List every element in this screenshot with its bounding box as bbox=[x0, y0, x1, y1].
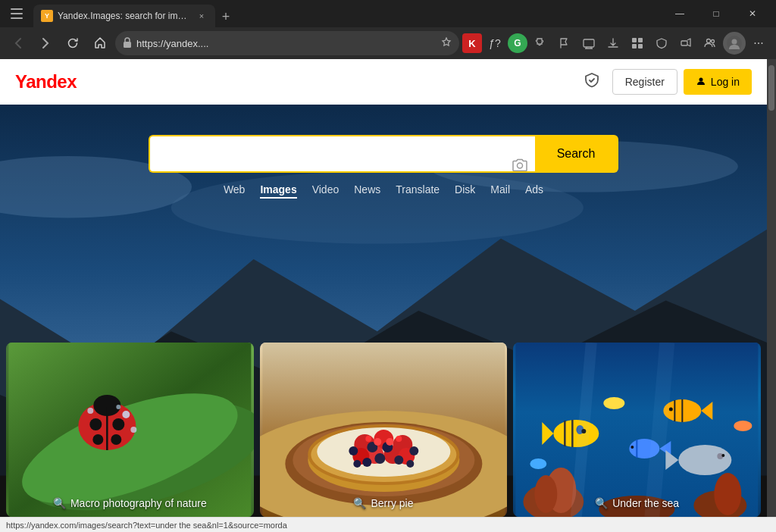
refresh-button[interactable] bbox=[61, 31, 85, 55]
camera-icon[interactable] bbox=[512, 158, 527, 176]
tab-close-button[interactable]: × bbox=[196, 10, 208, 22]
search-row: Search bbox=[149, 135, 618, 173]
ext-people-button[interactable] bbox=[699, 32, 721, 55]
active-tab[interactable]: Y Yandex.Images: search for image... × bbox=[33, 5, 215, 27]
svg-point-57 bbox=[409, 446, 418, 455]
ext-grid-button[interactable] bbox=[626, 32, 649, 55]
svg-point-13 bbox=[732, 39, 737, 45]
svg-rect-4 bbox=[584, 39, 594, 47]
scrollbar-thumb[interactable] bbox=[768, 65, 774, 111]
svg-point-34 bbox=[130, 427, 136, 433]
svg-point-56 bbox=[349, 446, 358, 455]
browser-frame: Y Yandex.Images: search for image... × +… bbox=[0, 0, 776, 532]
nav-link-mail[interactable]: Mail bbox=[490, 183, 510, 199]
status-bar: https://yandex.com/images/search?text=un… bbox=[0, 517, 776, 532]
tab-title: Yandex.Images: search for image... bbox=[58, 11, 191, 21]
image-card-ocean[interactable]: 🔍 Under the sea bbox=[513, 343, 761, 517]
svg-rect-0 bbox=[11, 8, 23, 10]
image-card-label-pie: 🔍 Berry pie bbox=[353, 497, 413, 509]
nav-extras: K ƒ? G bbox=[462, 32, 770, 55]
svg-point-33 bbox=[122, 411, 130, 418]
sidebar-button[interactable] bbox=[6, 3, 27, 24]
address-text: https://yandex.... bbox=[136, 38, 436, 49]
content-area: Yandex Register bbox=[0, 59, 776, 517]
svg-point-88 bbox=[734, 421, 753, 431]
nav-link-translate[interactable]: Translate bbox=[396, 183, 440, 199]
status-url: https://yandex.com/images/search?text=un… bbox=[6, 521, 287, 530]
svg-point-61 bbox=[386, 438, 393, 446]
header-shield-icon bbox=[584, 72, 600, 92]
tab-strip: Y Yandex.Images: search for image... × + bbox=[30, 0, 659, 27]
ext-download-button[interactable] bbox=[602, 32, 624, 55]
svg-point-63 bbox=[396, 436, 402, 442]
window-controls: — □ ✕ bbox=[662, 0, 770, 27]
image-card-label-ocean: 🔍 Under the sea bbox=[595, 497, 679, 509]
svg-point-70 bbox=[715, 473, 742, 515]
register-button[interactable]: Register bbox=[612, 69, 677, 95]
svg-rect-1 bbox=[11, 13, 23, 14]
svg-rect-5 bbox=[632, 38, 637, 42]
back-button[interactable] bbox=[6, 31, 30, 55]
ext-g-button[interactable]: G bbox=[508, 33, 527, 53]
ext-share-button[interactable] bbox=[674, 32, 697, 55]
nav-link-images[interactable]: Images bbox=[260, 183, 296, 199]
svg-point-80 bbox=[669, 408, 673, 412]
search-small-icon: 🔍 bbox=[595, 497, 608, 509]
svg-point-14 bbox=[699, 77, 702, 81]
yandex-logo: Yandex bbox=[15, 71, 77, 92]
svg-point-11 bbox=[712, 40, 715, 43]
ext-k-button[interactable]: K bbox=[462, 33, 482, 53]
svg-point-53 bbox=[374, 453, 385, 464]
nav-bar: https://yandex.... K ƒ? G bbox=[0, 27, 776, 59]
home-button[interactable] bbox=[88, 31, 112, 55]
search-small-icon: 🔍 bbox=[353, 497, 366, 509]
nav-link-disk[interactable]: Disk bbox=[455, 183, 475, 199]
svg-point-10 bbox=[707, 39, 711, 43]
ext-puzzle-button[interactable] bbox=[529, 32, 552, 55]
image-grid: 🔍 Macro photography of nature bbox=[0, 343, 767, 517]
nav-link-news[interactable]: News bbox=[354, 183, 380, 199]
search-input[interactable] bbox=[149, 135, 535, 173]
svg-point-55 bbox=[394, 455, 403, 465]
ext-screen-button[interactable] bbox=[577, 32, 600, 55]
login-person-icon bbox=[696, 76, 706, 89]
maximize-button[interactable]: □ bbox=[699, 0, 734, 27]
svg-rect-8 bbox=[638, 44, 643, 49]
nav-link-ads[interactable]: Ads bbox=[525, 183, 543, 199]
search-area: Search Web Images Video News Translate D… bbox=[149, 135, 618, 199]
yandex-header: Yandex Register bbox=[0, 59, 767, 105]
ext-flag-button[interactable] bbox=[553, 32, 576, 55]
svg-point-36 bbox=[116, 405, 120, 409]
star-icon[interactable] bbox=[441, 37, 452, 50]
nav-link-video[interactable]: Video bbox=[312, 183, 340, 199]
image-card-pie[interactable]: 🔍 Berry pie bbox=[260, 343, 508, 517]
close-button[interactable]: ✕ bbox=[735, 0, 770, 27]
svg-point-84 bbox=[679, 445, 732, 475]
address-bar[interactable]: https://yandex.... bbox=[115, 31, 459, 55]
forward-button[interactable] bbox=[33, 31, 58, 55]
svg-point-87 bbox=[604, 397, 625, 409]
nav-links: Web Images Video News Translate Disk Mai… bbox=[224, 183, 543, 199]
svg-point-32 bbox=[111, 434, 121, 445]
ext-shield-button[interactable] bbox=[650, 32, 673, 55]
svg-point-59 bbox=[406, 460, 414, 468]
more-options-button[interactable]: ··· bbox=[747, 32, 770, 55]
svg-point-89 bbox=[530, 458, 547, 469]
svg-rect-3 bbox=[124, 42, 131, 48]
yandex-page: Yandex Register bbox=[0, 59, 767, 517]
svg-point-62 bbox=[365, 436, 371, 442]
title-bar: Y Yandex.Images: search for image... × +… bbox=[0, 0, 776, 27]
nav-link-web[interactable]: Web bbox=[224, 183, 246, 199]
svg-point-68 bbox=[535, 475, 558, 513]
minimize-button[interactable]: — bbox=[662, 0, 697, 27]
login-button[interactable]: Log in bbox=[684, 69, 752, 95]
ext-f-button[interactable]: ƒ? bbox=[483, 32, 506, 55]
svg-point-29 bbox=[89, 418, 102, 430]
new-tab-button[interactable]: + bbox=[215, 6, 236, 27]
image-card-ladybug[interactable]: 🔍 Macro photography of nature bbox=[6, 343, 254, 517]
search-button[interactable]: Search bbox=[535, 135, 618, 173]
scrollbar[interactable] bbox=[767, 59, 776, 517]
svg-point-72 bbox=[554, 420, 599, 447]
svg-point-58 bbox=[353, 460, 361, 468]
profile-button[interactable] bbox=[723, 32, 746, 55]
